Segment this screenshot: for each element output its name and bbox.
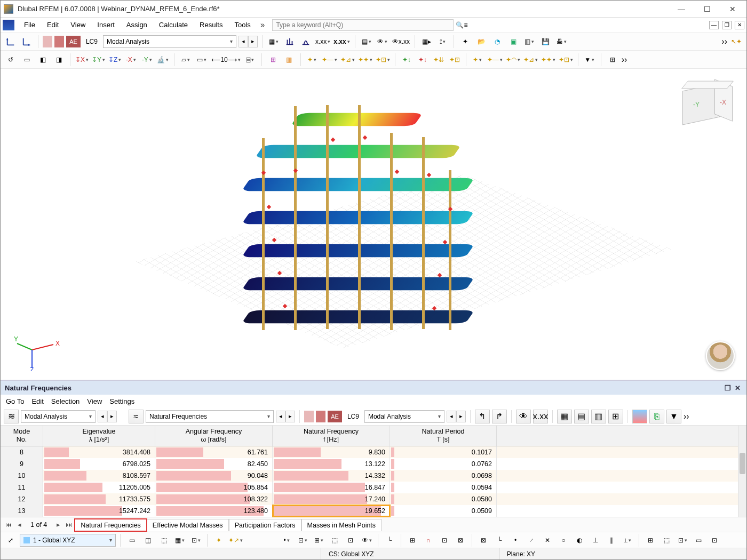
bt-star-icon[interactable]: ✦ xyxy=(212,533,226,547)
tb-pointer-icon[interactable]: ↖✦ xyxy=(729,35,743,49)
sheet-nav-last-icon[interactable]: ⏭ xyxy=(64,521,74,529)
table-row[interactable]: 96798.02582.45013.1220.0762 xyxy=(1,458,746,470)
sheet-tab[interactable]: Natural Frequencies xyxy=(75,519,147,531)
toolbar-overflow-icon[interactable]: ›› xyxy=(721,37,727,46)
table-row[interactable]: 1315247.242123.48019.6520.0509 xyxy=(1,505,746,517)
bt-s6-icon[interactable]: 👁 xyxy=(360,533,374,547)
bt-s2-icon[interactable]: ⊡ xyxy=(296,533,309,547)
menu-tools[interactable]: Tools xyxy=(229,19,256,30)
tb-anim-icon[interactable]: ▦▸ xyxy=(419,35,433,49)
tb2-section-icon[interactable]: ⌸ xyxy=(243,53,257,67)
sheet-tab[interactable]: Effective Modal Masses xyxy=(147,519,229,531)
bt-snap1-icon[interactable]: ⊞ xyxy=(406,533,419,547)
panel-tb-wave-icon[interactable]: ≈ xyxy=(129,410,144,423)
bt-3-icon[interactable]: ⬚ xyxy=(157,533,171,547)
tb-new-icon[interactable]: ✦ xyxy=(458,35,472,49)
tb-xxx-icon[interactable]: x.xx xyxy=(315,35,331,49)
tb2-dim-icon[interactable]: ⟵10⟶ xyxy=(211,53,241,67)
panel-lc-nav[interactable]: ◂▸ xyxy=(447,411,466,422)
menu-overflow-icon[interactable]: ›› xyxy=(257,20,267,30)
panel-menu-view[interactable]: View xyxy=(87,397,102,405)
tb2-x-icon[interactable]: ↧X xyxy=(75,53,89,67)
bt-gr5-icon[interactable]: ⊡ xyxy=(708,533,721,547)
tb-xxx2-icon[interactable]: x.xx xyxy=(333,35,350,49)
app-menu-icon[interactable] xyxy=(3,20,14,30)
ptb-export-icon[interactable]: ⎘ xyxy=(649,410,664,423)
tb-graph2-icon[interactable] xyxy=(299,35,313,49)
tb2-star2-icon[interactable]: ✦— xyxy=(321,53,338,67)
tb2-load3-icon[interactable]: ✦⇊ xyxy=(432,53,446,67)
tb-filter-icon[interactable]: ⟟ xyxy=(435,35,449,49)
search-input[interactable] xyxy=(272,19,454,31)
bt-snap3-icon[interactable]: ⊡ xyxy=(438,533,451,547)
tb-layers-icon[interactable]: ▥ xyxy=(522,35,536,49)
menu-insert[interactable]: Insert xyxy=(92,19,120,30)
ptb-tbl1-icon[interactable]: ▦ xyxy=(557,410,572,423)
tb-block-icon[interactable]: ▣ xyxy=(506,35,520,49)
bt-gr4-icon[interactable]: ▭ xyxy=(692,533,705,547)
search-advanced-icon[interactable]: 🔍≡ xyxy=(455,18,468,32)
bt-coords-icon[interactable]: ⤢ xyxy=(4,533,18,547)
tb-open-icon[interactable]: 📂 xyxy=(474,35,488,49)
ptb-select1-icon[interactable]: ↰ xyxy=(475,410,490,423)
tb2-grid-icon[interactable]: ⊞ xyxy=(606,53,619,67)
tb2-grp4-icon[interactable]: ✦⊿ xyxy=(523,53,538,67)
tb2-regen-icon[interactable]: ↺ xyxy=(4,53,18,67)
tb2-grp2-icon[interactable]: ✦— xyxy=(487,53,503,67)
tb2-grp5-icon[interactable]: ✦✦ xyxy=(541,53,556,67)
ptb-tbl2-icon[interactable]: ▤ xyxy=(574,410,589,423)
bt-sh9-icon[interactable]: ∥ xyxy=(605,533,618,547)
table-row[interactable]: 1111205.005105.85416.8470.0594 xyxy=(1,482,746,493)
tb-eye-icon[interactable]: 👁 xyxy=(376,35,390,49)
panel-close-icon[interactable]: ✕ xyxy=(733,384,742,392)
coord-system-combo[interactable]: 1 - Global XYZ▾ xyxy=(20,534,116,547)
bt-sh1-icon[interactable]: ⊠ xyxy=(476,533,490,547)
bt-s5-icon[interactable]: ⊡ xyxy=(344,533,357,547)
tb2-box3-icon[interactable]: ◨ xyxy=(52,53,66,67)
ptb-select2-icon[interactable]: ↱ xyxy=(492,410,507,423)
menu-results[interactable]: Results xyxy=(194,19,228,30)
workspace-min-icon[interactable]: — xyxy=(709,21,719,29)
bt-gr2-icon[interactable]: ⬚ xyxy=(659,533,673,547)
panel-left-combo[interactable]: Modal Analysis▾ xyxy=(21,410,96,423)
tb2-load4-icon[interactable]: ✦⊡ xyxy=(448,53,462,67)
panel-mid-nav[interactable]: ◂▸ xyxy=(276,411,295,422)
sheet-nav-next-icon[interactable]: ▸ xyxy=(53,521,63,529)
panel-menu-settings[interactable]: Settings xyxy=(109,397,134,405)
ptb-filter-icon[interactable]: ▼ xyxy=(666,410,681,423)
workspace-restore-icon[interactable]: ❐ xyxy=(722,21,732,29)
menu-edit[interactable]: Edit xyxy=(42,19,64,30)
table-row[interactable]: 108108.59790.04814.3320.0698 xyxy=(1,470,746,482)
tb2-ny-icon[interactable]: -Y xyxy=(140,53,154,67)
bt-sh7-icon[interactable]: ◐ xyxy=(573,533,586,547)
tb-print-icon[interactable]: 🖶 xyxy=(554,35,568,49)
ptb-color-icon[interactable] xyxy=(632,410,647,423)
tb2-grp1-icon[interactable]: ✦ xyxy=(471,53,484,67)
tb2-star5-icon[interactable]: ✦⊡ xyxy=(375,53,391,67)
bt-snap4-icon[interactable]: ⊠ xyxy=(454,533,467,547)
ptb-eye-icon[interactable]: 👁 xyxy=(516,410,531,423)
menu-assign[interactable]: Assign xyxy=(121,19,153,30)
bt-sh4-icon[interactable]: ⟋ xyxy=(525,533,538,547)
bt-1-icon[interactable]: ▭ xyxy=(125,533,139,547)
bt-gr3-icon[interactable]: ⊡ xyxy=(676,533,689,547)
axis-left-icon[interactable] xyxy=(4,35,18,49)
model-viewport[interactable]: /* generated statically below */ X Y Z xyxy=(1,69,746,380)
bt-stararr-icon[interactable]: ✦↗ xyxy=(228,533,243,547)
maximize-button[interactable]: ☐ xyxy=(696,2,718,17)
tb2-filter2-icon[interactable]: ▼ xyxy=(583,53,597,67)
tb-cloud-icon[interactable]: ◔ xyxy=(490,35,504,49)
sheet-nav-prev-icon[interactable]: ◂ xyxy=(14,521,24,529)
tb2-mesh1-icon[interactable]: ⊞ xyxy=(266,53,280,67)
bt-2-icon[interactable]: ◫ xyxy=(141,533,155,547)
table-row[interactable]: 83814.40861.7619.8300.1017 xyxy=(1,446,746,458)
tb2-z-icon[interactable]: ↧Z xyxy=(108,53,122,67)
panel-left-nav[interactable]: ◂▸ xyxy=(98,411,117,422)
loadcase-combo[interactable]: Modal Analysis ▾ xyxy=(103,35,236,48)
tb2-grp6-icon[interactable]: ✦⊡ xyxy=(558,53,574,67)
tb2-star1-icon[interactable]: ✦ xyxy=(305,53,319,67)
sheet-nav-first-icon[interactable]: ⏮ xyxy=(4,521,13,529)
panel-mid-combo[interactable]: Natural Frequencies▾ xyxy=(146,410,274,423)
minimize-button[interactable]: — xyxy=(671,2,692,17)
panel-menu-goto[interactable]: Go To xyxy=(6,397,24,405)
